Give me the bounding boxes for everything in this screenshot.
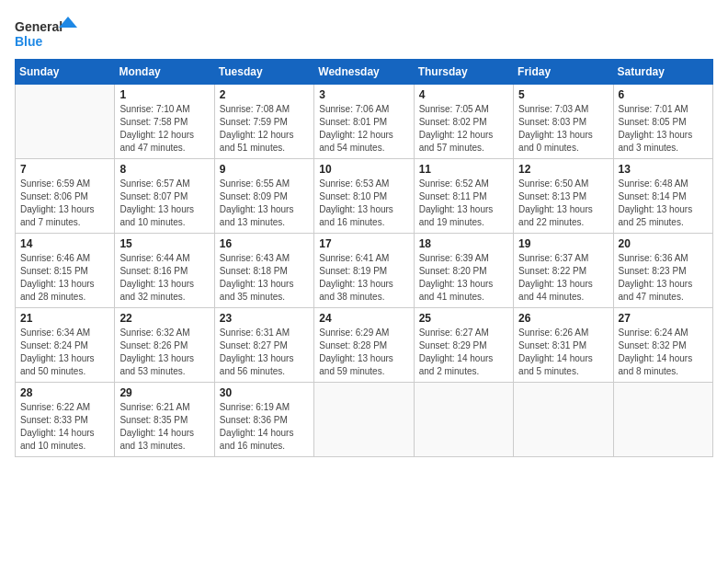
day-number: 3 <box>319 88 408 101</box>
calendar-cell: 16Sunrise: 6:43 AMSunset: 8:18 PMDayligh… <box>214 234 313 308</box>
day-info: Sunrise: 6:41 AMSunset: 8:19 PMDaylight:… <box>319 252 408 304</box>
logo-svg: General Blue <box>15 15 79 52</box>
day-info: Sunrise: 6:21 AMSunset: 8:35 PMDaylight:… <box>119 401 209 453</box>
day-info: Sunrise: 6:57 AMSunset: 8:07 PMDaylight:… <box>119 178 209 229</box>
day-info: Sunrise: 6:50 AMSunset: 8:13 PMDaylight:… <box>518 178 608 229</box>
logo: General Blue <box>15 15 79 52</box>
day-info: Sunrise: 6:22 AMSunset: 8:33 PMDaylight:… <box>20 401 109 453</box>
day-number: 1 <box>119 88 209 101</box>
weekday-header-sunday: Sunday <box>16 60 115 85</box>
calendar-cell: 23Sunrise: 6:31 AMSunset: 8:27 PMDayligh… <box>214 308 313 383</box>
day-info: Sunrise: 6:55 AMSunset: 8:09 PMDaylight:… <box>220 178 309 229</box>
week-row-0: 1Sunrise: 7:10 AMSunset: 7:58 PMDaylight… <box>16 85 713 159</box>
calendar-cell: 14Sunrise: 6:46 AMSunset: 8:15 PMDayligh… <box>16 234 115 308</box>
day-info: Sunrise: 6:52 AMSunset: 8:11 PMDaylight:… <box>419 178 508 229</box>
week-row-2: 14Sunrise: 6:46 AMSunset: 8:15 PMDayligh… <box>16 234 713 308</box>
day-number: 17 <box>319 237 408 250</box>
day-info: Sunrise: 6:24 AMSunset: 8:32 PMDaylight:… <box>619 327 708 378</box>
calendar-cell: 9Sunrise: 6:55 AMSunset: 8:09 PMDaylight… <box>214 159 313 234</box>
day-info: Sunrise: 6:39 AMSunset: 8:20 PMDaylight:… <box>419 252 508 304</box>
calendar-cell: 30Sunrise: 6:19 AMSunset: 8:36 PMDayligh… <box>214 383 313 457</box>
day-info: Sunrise: 7:05 AMSunset: 8:02 PMDaylight:… <box>419 103 508 155</box>
calendar-cell <box>16 85 115 159</box>
calendar-cell: 27Sunrise: 6:24 AMSunset: 8:32 PMDayligh… <box>613 308 712 383</box>
calendar-cell: 22Sunrise: 6:32 AMSunset: 8:26 PMDayligh… <box>115 308 214 383</box>
day-info: Sunrise: 6:19 AMSunset: 8:36 PMDaylight:… <box>220 401 309 453</box>
day-number: 9 <box>220 163 309 176</box>
calendar-cell: 13Sunrise: 6:48 AMSunset: 8:14 PMDayligh… <box>613 159 712 234</box>
day-info: Sunrise: 6:48 AMSunset: 8:14 PMDaylight:… <box>619 178 708 229</box>
calendar-cell: 20Sunrise: 6:36 AMSunset: 8:23 PMDayligh… <box>613 234 712 308</box>
day-number: 15 <box>119 237 209 250</box>
svg-text:Blue: Blue <box>15 34 43 49</box>
day-info: Sunrise: 7:03 AMSunset: 8:03 PMDaylight:… <box>518 103 608 155</box>
calendar-cell: 26Sunrise: 6:26 AMSunset: 8:31 PMDayligh… <box>514 308 613 383</box>
weekday-header-friday: Friday <box>514 60 613 85</box>
calendar-cell: 5Sunrise: 7:03 AMSunset: 8:03 PMDaylight… <box>514 85 613 159</box>
calendar-cell: 1Sunrise: 7:10 AMSunset: 7:58 PMDaylight… <box>115 85 214 159</box>
weekday-header-tuesday: Tuesday <box>214 60 313 85</box>
calendar-cell: 10Sunrise: 6:53 AMSunset: 8:10 PMDayligh… <box>314 159 414 234</box>
calendar-cell: 25Sunrise: 6:27 AMSunset: 8:29 PMDayligh… <box>414 308 513 383</box>
day-number: 6 <box>619 88 708 101</box>
week-row-1: 7Sunrise: 6:59 AMSunset: 8:06 PMDaylight… <box>16 159 713 234</box>
calendar-cell <box>314 383 414 457</box>
weekday-header-wednesday: Wednesday <box>314 60 414 85</box>
calendar-cell: 8Sunrise: 6:57 AMSunset: 8:07 PMDaylight… <box>115 159 214 234</box>
calendar-cell: 2Sunrise: 7:08 AMSunset: 7:59 PMDaylight… <box>214 85 313 159</box>
day-info: Sunrise: 6:46 AMSunset: 8:15 PMDaylight:… <box>20 252 109 304</box>
day-info: Sunrise: 6:59 AMSunset: 8:06 PMDaylight:… <box>20 178 109 229</box>
calendar-cell: 15Sunrise: 6:44 AMSunset: 8:16 PMDayligh… <box>115 234 214 308</box>
calendar-cell: 24Sunrise: 6:29 AMSunset: 8:28 PMDayligh… <box>314 308 414 383</box>
day-number: 24 <box>319 312 408 325</box>
calendar-cell <box>613 383 712 457</box>
day-number: 11 <box>419 163 508 176</box>
day-info: Sunrise: 6:44 AMSunset: 8:16 PMDaylight:… <box>119 252 209 304</box>
day-info: Sunrise: 6:34 AMSunset: 8:24 PMDaylight:… <box>20 327 109 378</box>
day-info: Sunrise: 6:29 AMSunset: 8:28 PMDaylight:… <box>319 327 408 378</box>
calendar-cell: 19Sunrise: 6:37 AMSunset: 8:22 PMDayligh… <box>514 234 613 308</box>
day-number: 20 <box>619 237 708 250</box>
weekday-header-thursday: Thursday <box>414 60 513 85</box>
day-number: 5 <box>518 88 608 101</box>
calendar-cell: 3Sunrise: 7:06 AMSunset: 8:01 PMDaylight… <box>314 85 414 159</box>
day-number: 30 <box>220 386 309 399</box>
day-info: Sunrise: 6:36 AMSunset: 8:23 PMDaylight:… <box>619 252 708 304</box>
day-info: Sunrise: 6:43 AMSunset: 8:18 PMDaylight:… <box>220 252 309 304</box>
calendar-cell <box>514 383 613 457</box>
day-number: 19 <box>518 237 608 250</box>
day-number: 18 <box>419 237 508 250</box>
day-info: Sunrise: 6:27 AMSunset: 8:29 PMDaylight:… <box>419 327 508 378</box>
day-number: 13 <box>619 163 708 176</box>
calendar-cell: 6Sunrise: 7:01 AMSunset: 8:05 PMDaylight… <box>613 85 712 159</box>
day-info: Sunrise: 6:31 AMSunset: 8:27 PMDaylight:… <box>220 327 309 378</box>
day-number: 21 <box>20 312 109 325</box>
day-info: Sunrise: 7:10 AMSunset: 7:58 PMDaylight:… <box>119 103 209 155</box>
day-number: 22 <box>119 312 209 325</box>
day-number: 27 <box>619 312 708 325</box>
weekday-header-monday: Monday <box>115 60 214 85</box>
weekday-header-row: SundayMondayTuesdayWednesdayThursdayFrid… <box>16 60 713 85</box>
calendar-cell: 21Sunrise: 6:34 AMSunset: 8:24 PMDayligh… <box>16 308 115 383</box>
day-info: Sunrise: 6:26 AMSunset: 8:31 PMDaylight:… <box>518 327 608 378</box>
header: General Blue <box>15 15 713 52</box>
calendar-cell: 17Sunrise: 6:41 AMSunset: 8:19 PMDayligh… <box>314 234 414 308</box>
svg-text:General: General <box>15 19 63 34</box>
day-number: 8 <box>119 163 209 176</box>
week-row-4: 28Sunrise: 6:22 AMSunset: 8:33 PMDayligh… <box>16 383 713 457</box>
day-info: Sunrise: 7:06 AMSunset: 8:01 PMDaylight:… <box>319 103 408 155</box>
day-number: 7 <box>20 163 109 176</box>
calendar-cell: 11Sunrise: 6:52 AMSunset: 8:11 PMDayligh… <box>414 159 513 234</box>
calendar-cell: 7Sunrise: 6:59 AMSunset: 8:06 PMDaylight… <box>16 159 115 234</box>
day-info: Sunrise: 7:01 AMSunset: 8:05 PMDaylight:… <box>619 103 708 155</box>
day-number: 26 <box>518 312 608 325</box>
day-number: 12 <box>518 163 608 176</box>
day-number: 2 <box>220 88 309 101</box>
day-info: Sunrise: 6:32 AMSunset: 8:26 PMDaylight:… <box>119 327 209 378</box>
day-number: 14 <box>20 237 109 250</box>
calendar-cell: 12Sunrise: 6:50 AMSunset: 8:13 PMDayligh… <box>514 159 613 234</box>
day-number: 16 <box>220 237 309 250</box>
day-number: 25 <box>419 312 508 325</box>
calendar-cell: 4Sunrise: 7:05 AMSunset: 8:02 PMDaylight… <box>414 85 513 159</box>
calendar-cell: 28Sunrise: 6:22 AMSunset: 8:33 PMDayligh… <box>16 383 115 457</box>
